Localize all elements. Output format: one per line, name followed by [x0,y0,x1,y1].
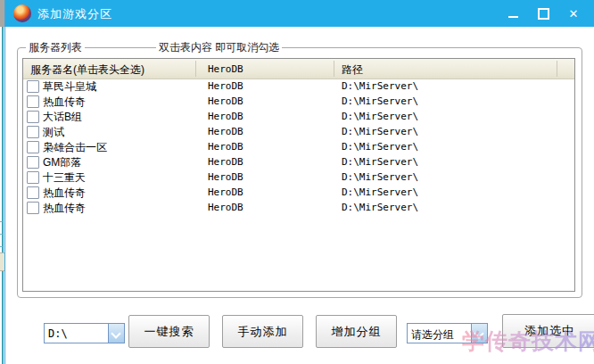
table-row[interactable]: 枭雄合击一区 HeroDB D:\MirServer\ [23,139,574,154]
column-header-path[interactable]: 路径 [342,62,363,78]
row-checkbox[interactable] [27,80,39,93]
row-checkbox[interactable] [27,111,39,123]
column-divider [557,61,557,77]
chevron-down-icon [111,328,120,338]
server-path: D:\MirServer\ [342,126,418,137]
row-checkbox[interactable] [27,126,39,138]
dialog-add-game-partition: 添加游戏分区 ✕ 服务器列表 双击表内容 即可取消勾选 服务器名(单击表头全选)… [4,0,594,364]
title-bar[interactable]: 添加游戏分区 ✕ [5,0,594,27]
one-key-search-button[interactable]: 一键搜索 [128,315,210,348]
column-divider [195,61,196,77]
server-path: D:\MirServer\ [342,156,418,168]
server-db: HeroDB [208,156,243,168]
group-select[interactable]: 请选分组 [407,323,488,343]
table-row[interactable]: 热血传奇 HeroDB D:\MirServer\ [23,200,574,215]
window-controls: ✕ [498,0,589,27]
table-header[interactable]: 服务器名(单击表头全选) HeroDB 路径 [23,59,574,79]
column-header-herodb[interactable]: HeroDB [208,63,243,75]
server-db: HeroDB [208,80,243,92]
table-rows: 草民斗皇城 HeroDB D:\MirServer\ 热血传奇 HeroDB D… [23,79,574,215]
minimize-icon [508,16,518,18]
server-db: HeroDB [208,95,243,107]
server-list-groupbox: 服务器列表 双击表内容 即可取消勾选 服务器名(单击表头全选) HeroDB 路… [17,47,582,298]
groupbox-label: 服务器列表 [26,40,85,55]
server-db: HeroDB [208,111,243,122]
add-group-button[interactable]: 增加分组 [316,315,397,348]
row-checkbox[interactable] [27,186,39,199]
groupbox-hint: 双击表内容 即可取消勾选 [156,40,282,55]
server-db: HeroDB [208,202,243,213]
server-db: HeroDB [208,141,243,153]
table-row[interactable]: 热血传奇 HeroDB D:\MirServer\ [23,94,574,109]
group-select-value: 请选分组 [411,327,454,343]
minimize-button[interactable] [498,0,528,27]
manual-add-button[interactable]: 手动添加 [222,315,303,348]
drive-select[interactable]: D:\ [44,323,125,343]
row-checkbox[interactable] [27,95,39,108]
row-checkbox[interactable] [27,156,39,169]
close-button[interactable]: ✕ [558,0,589,27]
app-logo-icon [13,4,31,22]
server-path: D:\MirServer\ [342,171,418,183]
table-row[interactable]: 草民斗皇城 HeroDB D:\MirServer\ [23,79,574,94]
server-path: D:\MirServer\ [342,111,418,122]
maximize-icon [538,8,549,20]
dialog-body: 服务器列表 双击表内容 即可取消勾选 服务器名(单击表头全选) HeroDB 路… [5,27,594,364]
column-divider [334,61,334,77]
dropdown-button[interactable] [471,324,487,343]
server-db: HeroDB [208,126,243,137]
server-name: 热血传奇 [43,201,86,216]
row-checkbox[interactable] [27,171,39,184]
server-name: 枭雄合击一区 [43,140,107,155]
window-title: 添加游戏分区 [37,6,112,22]
server-name: 热血传奇 [43,186,86,201]
server-path: D:\MirServer\ [342,141,418,153]
server-name: 草民斗皇城 [43,79,96,95]
table-row[interactable]: 大话B组 HeroDB D:\MirServer\ [23,109,574,124]
background-window-border [2,27,4,364]
server-name: GM部落 [43,155,81,170]
server-path: D:\MirServer\ [342,80,418,92]
row-checkbox[interactable] [27,202,39,214]
background-tick [0,246,3,247]
background-tick [0,234,3,235]
chevron-down-icon [474,328,483,338]
server-name: 十三重天 [43,170,86,186]
row-checkbox[interactable] [27,141,39,153]
server-path: D:\MirServer\ [342,95,418,107]
table-row[interactable]: 测试 HeroDB D:\MirServer\ [23,124,574,139]
table-row[interactable]: GM部落 HeroDB D:\MirServer\ [23,154,574,170]
dropdown-button[interactable] [108,324,124,343]
background-tick [0,221,3,222]
screen: 添加游戏分区 ✕ 服务器列表 双击表内容 即可取消勾选 服务器名(单击表头全选)… [0,0,594,364]
server-name: 测试 [43,125,64,140]
server-table: 服务器名(单击表头全选) HeroDB 路径 草民斗皇城 HeroDB D:\M… [22,58,575,292]
table-row[interactable]: 热血传奇 HeroDB D:\MirServer\ [23,185,574,200]
column-header-server-name[interactable]: 服务器名(单击表头全选) [30,62,144,78]
server-db: HeroDB [208,171,243,183]
table-row[interactable]: 十三重天 HeroDB D:\MirServer\ [23,170,574,185]
drive-select-value: D:\ [48,327,68,340]
server-name: 大话B组 [43,110,82,125]
server-db: HeroDB [208,186,243,198]
server-path: D:\MirServer\ [342,202,418,213]
add-selected-button[interactable]: 添加选中 [502,314,594,348]
server-name: 热血传奇 [43,95,86,110]
server-path: D:\MirServer\ [342,186,418,198]
maximize-button[interactable] [528,0,558,27]
